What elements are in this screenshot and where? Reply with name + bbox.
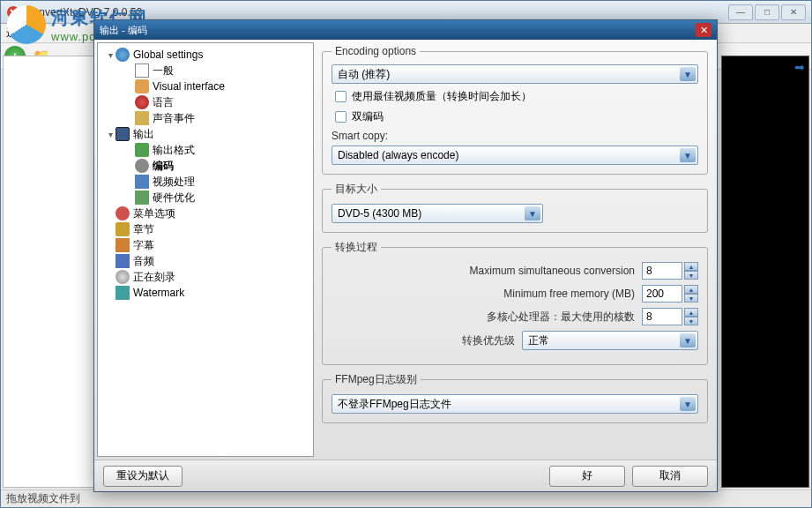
- menu-icon: [115, 206, 130, 220]
- tree-item-label: 编码: [153, 159, 174, 174]
- expand-icon[interactable]: ▾: [105, 50, 115, 60]
- ok-button[interactable]: 好: [549, 466, 625, 487]
- min-mem-label: Minimum free memory (MB): [503, 288, 635, 300]
- chapter-icon: [115, 222, 130, 236]
- tree-item-label: 视频处理: [153, 175, 195, 190]
- ffmpeg-legend: FFMpeg日志级别: [332, 372, 421, 387]
- priority-value: 正常: [528, 333, 549, 348]
- spin-down-icon[interactable]: ▼: [684, 317, 698, 325]
- ffmpeg-log-combo[interactable]: 不登录FFMpeg日志文件 ▼: [332, 394, 698, 414]
- spin-down-icon[interactable]: ▼: [684, 271, 698, 280]
- spin-up-icon[interactable]: ▲: [684, 262, 698, 271]
- tree-item-audio[interactable]: 音频: [100, 253, 311, 269]
- ffmpeg-log-group: FFMpeg日志级别 不登录FFMpeg日志文件 ▼: [322, 372, 708, 423]
- spin-up-icon[interactable]: ▲: [684, 308, 698, 317]
- tree-item-wm[interactable]: Watermark: [100, 285, 311, 301]
- lang-icon: [135, 95, 149, 109]
- tree-item-sub[interactable]: 字幕: [100, 237, 311, 253]
- double-encode-label: 双编码: [352, 109, 384, 124]
- tree-item-burn[interactable]: 正在刻录: [100, 269, 311, 285]
- tree-item-hw[interactable]: 硬件优化: [100, 190, 311, 205]
- double-encode-checkbox[interactable]: [335, 111, 346, 123]
- sound-icon: [135, 111, 149, 125]
- tree-item-format[interactable]: 输出格式: [100, 142, 311, 158]
- audio-icon: [115, 254, 130, 268]
- target-legend: 目标大小: [332, 182, 381, 197]
- spin-up-icon[interactable]: ▲: [684, 285, 698, 294]
- dialog-title: 输出 - 编码: [100, 24, 696, 37]
- spin-down-icon[interactable]: ▼: [684, 294, 698, 303]
- tree-item-lang[interactable]: 语言: [100, 94, 311, 110]
- tree-item-monitor[interactable]: ▾输出: [100, 126, 311, 142]
- tree-item-label: 输出: [133, 127, 154, 142]
- tree-item-label: 硬件优化: [153, 190, 195, 205]
- chevron-down-icon: ▼: [525, 206, 540, 220]
- dialog-titlebar: 输出 - 编码 ✕: [94, 20, 717, 40]
- video-icon: [135, 175, 149, 189]
- tree-item-encode[interactable]: 编码: [100, 158, 311, 174]
- preview-panel: ➡: [721, 56, 809, 488]
- process-legend: 转换过程: [332, 240, 381, 255]
- hw-icon: [135, 190, 149, 205]
- cores-input[interactable]: 8: [642, 308, 682, 325]
- sub-icon: [115, 238, 130, 252]
- status-bar: 拖放视频文件到: [1, 489, 811, 507]
- tree-item-label: 一般: [153, 64, 174, 78]
- encoding-legend: Encoding options: [332, 45, 420, 57]
- reset-defaults-button[interactable]: 重设为默认: [103, 466, 183, 487]
- settings-dialog: 输出 - 编码 ✕ ▾Global settings一般Visual inter…: [93, 19, 718, 492]
- max-conv-input[interactable]: 8: [642, 262, 682, 280]
- minimize-button[interactable]: —: [728, 4, 753, 20]
- monitor-icon: [115, 127, 130, 141]
- best-quality-checkbox[interactable]: [335, 91, 346, 102]
- cores-label: 多核心处理器：最大使用的核数: [487, 310, 635, 325]
- tree-item-video[interactable]: 视频处理: [100, 174, 311, 190]
- tree-item-palette[interactable]: Visual interface: [100, 78, 311, 94]
- priority-combo[interactable]: 正常 ▼: [522, 331, 698, 350]
- forward-icon[interactable]: ➡: [794, 60, 805, 74]
- chevron-down-icon: ▼: [680, 397, 696, 411]
- encoding-mode-combo[interactable]: 自动 (推荐) ▼: [332, 64, 698, 84]
- min-mem-input[interactable]: 200: [642, 285, 682, 303]
- smart-copy-label: Smart copy:: [332, 130, 698, 142]
- tree-item-label: Global settings: [133, 49, 203, 61]
- tree-item-label: 菜单选项: [133, 206, 175, 221]
- settings-tree[interactable]: ▾Global settings一般Visual interface语言声音事件…: [97, 42, 314, 457]
- tree-item-label: 字幕: [133, 238, 154, 253]
- globe-icon: [115, 48, 130, 62]
- target-size-combo[interactable]: DVD-5 (4300 MB) ▼: [332, 204, 543, 223]
- encoding-mode-value: 自动 (推荐): [338, 67, 390, 82]
- burn-icon: [115, 270, 130, 284]
- watermark-logo-icon: [7, 5, 46, 44]
- chevron-down-icon: ▼: [680, 148, 696, 162]
- target-size-value: DVD-5 (4300 MB): [338, 207, 421, 220]
- tree-item-menu[interactable]: 菜单选项: [100, 205, 311, 221]
- priority-label: 转换优先级: [462, 333, 515, 348]
- tree-item-label: Visual interface: [153, 80, 225, 93]
- max-conv-label: Maximum simultaneous conversion: [470, 265, 635, 277]
- tree-item-sound[interactable]: 声音事件: [100, 110, 311, 126]
- palette-icon: [135, 79, 149, 93]
- tree-item-chapter[interactable]: 章节: [100, 221, 311, 237]
- tree-item-page[interactable]: 一般: [100, 63, 311, 78]
- tree-item-label: 正在刻录: [133, 270, 175, 285]
- tree-item-label: Watermark: [133, 287, 184, 299]
- tree-item-label: 输出格式: [153, 143, 195, 158]
- chevron-down-icon: ▼: [680, 67, 696, 81]
- dialog-close-button[interactable]: ✕: [696, 23, 711, 37]
- expand-icon[interactable]: ▾: [105, 130, 115, 139]
- page-icon: [135, 64, 149, 78]
- tree-item-label: 章节: [133, 222, 154, 237]
- smart-copy-combo[interactable]: Disabled (always encode) ▼: [332, 146, 698, 165]
- settings-content: Encoding options 自动 (推荐) ▼ 使用最佳视频质量（转换时间…: [317, 40, 717, 459]
- cancel-button[interactable]: 取消: [632, 466, 708, 487]
- maximize-button[interactable]: □: [755, 4, 779, 20]
- best-quality-label: 使用最佳视频质量（转换时间会加长）: [352, 89, 532, 104]
- close-main-button[interactable]: ✕: [781, 4, 806, 20]
- conversion-process-group: 转换过程 Maximum simultaneous conversion 8 ▲…: [322, 240, 708, 365]
- wm-icon: [115, 286, 130, 300]
- ffmpeg-log-value: 不登录FFMpeg日志文件: [338, 397, 451, 412]
- tree-item-globe[interactable]: ▾Global settings: [100, 47, 311, 63]
- tree-item-label: 语言: [153, 95, 174, 110]
- format-icon: [135, 143, 149, 157]
